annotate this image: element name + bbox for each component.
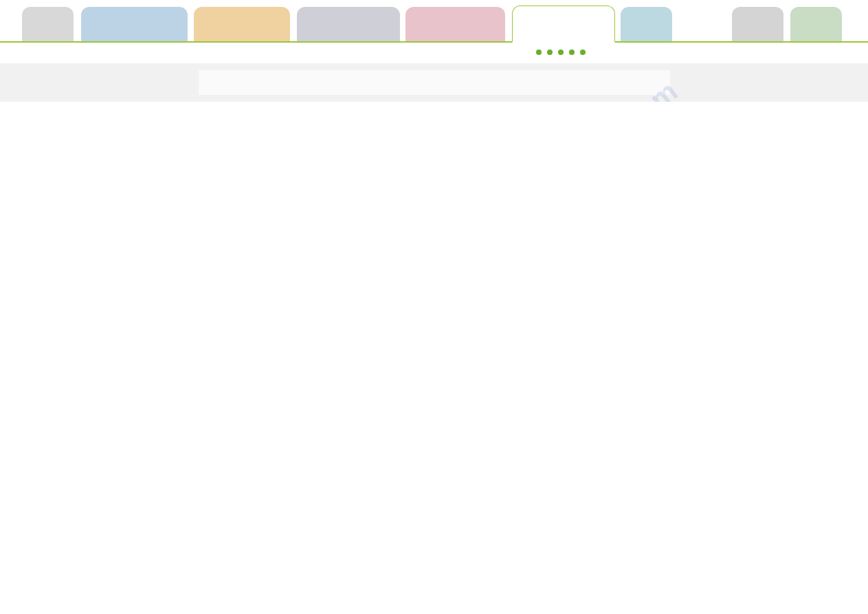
top-tab-6[interactable] <box>621 7 672 41</box>
top-tab-4[interactable] <box>405 7 505 41</box>
top-tab-bar <box>0 0 868 43</box>
dots-indicator <box>536 50 586 55</box>
top-tab-2[interactable] <box>194 7 290 41</box>
top-tab-0[interactable] <box>22 7 74 41</box>
top-tab-1[interactable] <box>81 7 188 41</box>
top-tab-8[interactable] <box>790 7 842 41</box>
top-tab-3[interactable] <box>297 7 400 41</box>
top-tab-7[interactable] <box>732 7 783 41</box>
top-tab-5[interactable] <box>512 6 615 43</box>
grey-band <box>0 63 868 102</box>
